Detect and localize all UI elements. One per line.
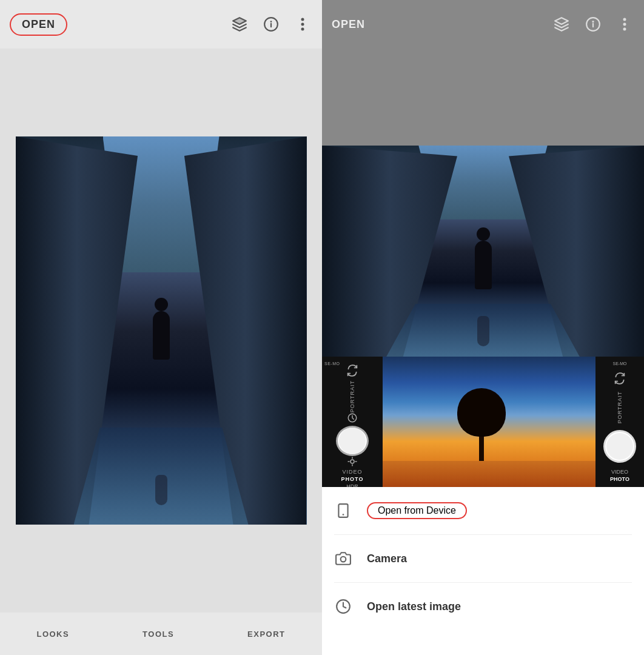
- svg-point-13: [351, 460, 354, 463]
- svg-point-10: [623, 23, 626, 26]
- camera-labels-right: VIDEO PHOTO: [610, 469, 629, 482]
- camera-portrait-right-label: PORTRAIT: [617, 391, 623, 423]
- open-latest-label: Open latest image: [367, 600, 461, 613]
- camera-ui-panel-right: SE-MO PORTRAIT VIDEO PHOTO: [595, 357, 644, 487]
- right-info-icon[interactable]: [583, 15, 603, 34]
- right-panel: OPEN: [322, 0, 644, 655]
- left-panel: OPEN: [0, 0, 322, 655]
- menu-item-open-from-device[interactable]: Open from Device: [334, 487, 632, 535]
- right-toolbar-icons: [552, 15, 634, 34]
- camera-shutter-button[interactable]: [336, 426, 369, 456]
- menu-list: Open from Device Camera Open latest imag…: [322, 487, 644, 655]
- right-layers-icon[interactable]: [552, 15, 571, 34]
- photo-reflection: [155, 475, 167, 505]
- right-toolbar: OPEN: [322, 0, 644, 49]
- svg-point-9: [623, 18, 626, 21]
- menu-item-open-latest[interactable]: Open latest image: [334, 583, 632, 630]
- camera-portrait-label: PORTRAIT: [349, 380, 355, 412]
- camera-shutter-right[interactable]: [603, 430, 636, 463]
- camera-shutter-right-inner: [606, 433, 633, 460]
- sunset-water: [383, 461, 595, 487]
- svg-point-11: [623, 28, 626, 31]
- camera-switch-icon[interactable]: [346, 364, 359, 380]
- camera-video-right-label: VIDEO: [611, 469, 628, 475]
- camera-switch-right-icon[interactable]: [613, 372, 626, 385]
- camera-hdr-label: HDR: [346, 483, 358, 487]
- camera-labels-bottom: VIDEO PHOTO HDR: [341, 469, 364, 487]
- clock-icon: [334, 597, 352, 616]
- right-photo-reflection: [477, 316, 489, 346]
- right-more-vert-icon[interactable]: [615, 15, 634, 34]
- sunset-photo: [383, 357, 595, 487]
- camera-video-label: VIDEO: [342, 469, 362, 475]
- left-toolbar: OPEN: [0, 0, 322, 49]
- main-photo: [16, 136, 307, 525]
- camera-ui-panel-left: SE-MO PORTRAIT: [322, 357, 383, 487]
- svg-point-21: [341, 557, 346, 562]
- tab-tools[interactable]: TOOLS: [143, 630, 174, 639]
- camera-icon: [334, 549, 352, 568]
- toolbar-icons-right: [230, 15, 312, 34]
- more-vert-icon[interactable]: [293, 15, 312, 34]
- svg-point-7: [592, 21, 594, 22]
- camera-photo-label: PHOTO: [341, 476, 364, 482]
- svg-point-3: [301, 18, 304, 21]
- camera-shutter-inner: [339, 428, 366, 454]
- camera-label: Camera: [367, 553, 407, 565]
- svg-point-4: [301, 23, 304, 26]
- camera-grid-icon[interactable]: [347, 456, 358, 469]
- phone-icon: [334, 502, 352, 520]
- bottom-toolbar: LOOKS TOOLS EXPORT: [0, 613, 322, 655]
- open-from-device-label: Open from Device: [367, 502, 467, 519]
- right-photo-figure: [475, 241, 492, 289]
- open-button-label: OPEN: [22, 18, 55, 31]
- camera-resolution-label: SE-MO: [324, 361, 340, 366]
- camera-resolution-right-label: SE-MO: [613, 361, 627, 366]
- right-gray-area: [322, 49, 644, 146]
- camera-timer-icon[interactable]: [347, 412, 358, 426]
- main-image-area: [0, 49, 322, 613]
- camera-strip: SE-MO PORTRAIT: [322, 357, 644, 487]
- open-button-circled[interactable]: OPEN: [10, 13, 67, 36]
- open-from-device-text: Open from Device: [378, 505, 456, 516]
- layers-icon[interactable]: [230, 15, 249, 34]
- menu-item-camera[interactable]: Camera: [334, 535, 632, 583]
- svg-point-5: [301, 28, 304, 31]
- sunset-tree-canopy: [457, 388, 506, 437]
- camera-photo-right-label: PHOTO: [610, 476, 629, 482]
- tab-export[interactable]: EXPORT: [247, 630, 285, 639]
- right-open-label: OPEN: [332, 18, 365, 31]
- photo-figure: [153, 311, 170, 360]
- right-image-container: [322, 146, 644, 357]
- right-photo: [322, 146, 644, 357]
- info-icon[interactable]: [261, 15, 281, 34]
- tab-looks[interactable]: LOOKS: [36, 630, 69, 639]
- sunset-tree: [457, 388, 506, 461]
